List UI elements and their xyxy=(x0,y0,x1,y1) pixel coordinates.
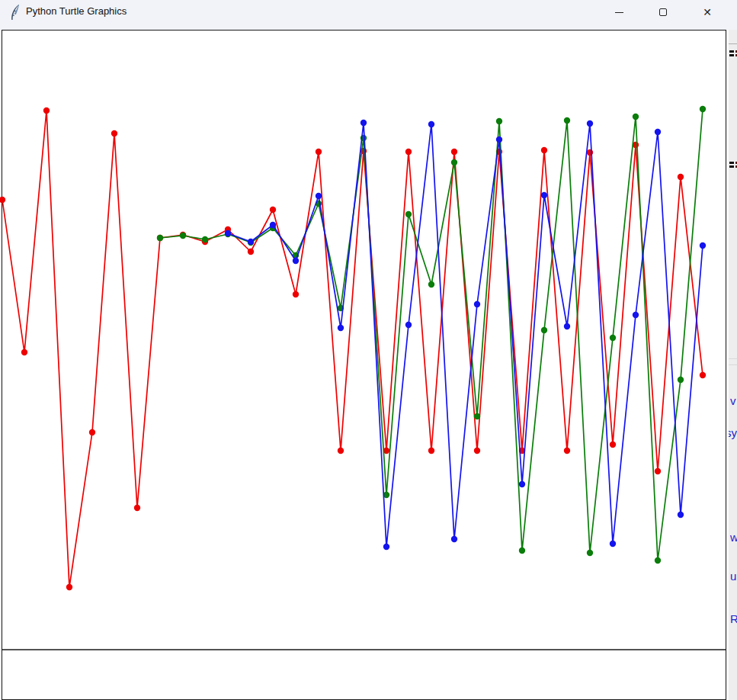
close-button[interactable]: ✕ xyxy=(685,0,729,24)
menu-icon xyxy=(729,50,737,58)
window-title: Python Turtle Graphics xyxy=(26,5,127,17)
background-window-strip: vsywuR xyxy=(727,30,737,700)
clipped-letter: v xyxy=(730,394,736,407)
strip-separator xyxy=(729,364,737,365)
maximize-button[interactable] xyxy=(641,0,685,24)
clipped-letter: sy xyxy=(727,426,737,439)
minimize-button[interactable] xyxy=(597,0,641,24)
minimize-icon xyxy=(615,12,623,13)
turtle-graphics-window: Python Turtle Graphics ✕ vsywuR xyxy=(0,0,737,700)
strip-separator xyxy=(729,43,737,44)
clipped-letter: u xyxy=(730,570,736,583)
clipped-letter: R xyxy=(730,612,737,625)
maximize-icon xyxy=(659,8,667,16)
title-bar: Python Turtle Graphics ✕ xyxy=(0,0,737,30)
turtle-canvas xyxy=(2,30,726,700)
menu-icon xyxy=(729,162,737,169)
tk-feather-icon xyxy=(8,4,22,21)
close-icon: ✕ xyxy=(703,7,712,18)
clipped-letter: w xyxy=(730,531,737,544)
strip-separator xyxy=(729,358,737,359)
